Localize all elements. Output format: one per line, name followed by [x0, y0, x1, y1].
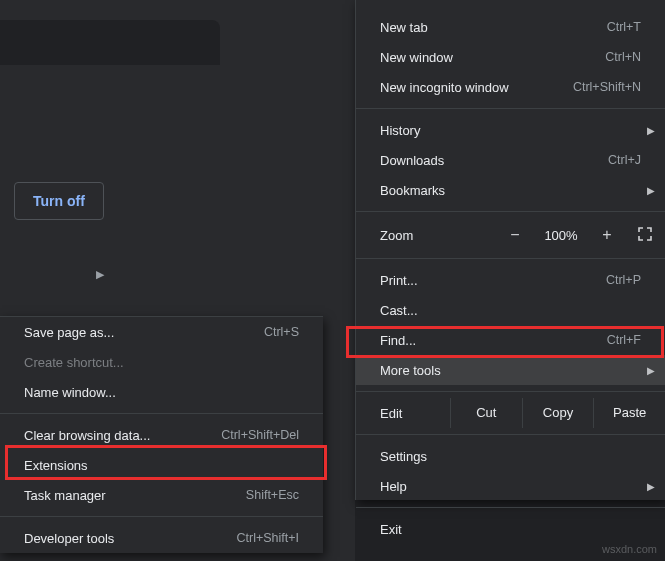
find-item[interactable]: Find... Ctrl+F — [356, 325, 665, 355]
new-incognito-item[interactable]: New incognito window Ctrl+Shift+N — [356, 72, 665, 102]
separator — [356, 258, 665, 259]
settings-item[interactable]: Settings — [356, 441, 665, 471]
menu-shortcut: Ctrl+N — [605, 50, 641, 64]
clear-browsing-data-item[interactable]: Clear browsing data... Ctrl+Shift+Del — [0, 420, 323, 450]
menu-label: Extensions — [24, 458, 88, 473]
menu-label: Find... — [380, 333, 416, 348]
separator — [0, 413, 323, 414]
separator — [356, 434, 665, 435]
downloads-item[interactable]: Downloads Ctrl+J — [356, 145, 665, 175]
menu-label: History — [380, 123, 420, 138]
name-window-item[interactable]: Name window... — [0, 377, 323, 407]
cast-item[interactable]: Cast... — [356, 295, 665, 325]
menu-label: Create shortcut... — [24, 355, 124, 370]
menu-label: Task manager — [24, 488, 106, 503]
more-tools-item[interactable]: More tools ▶ — [356, 355, 665, 385]
edit-label: Edit — [380, 406, 450, 421]
zoom-in-button[interactable]: + — [591, 226, 623, 244]
more-tools-submenu: Save page as... Ctrl+S Create shortcut..… — [0, 316, 323, 553]
menu-label: Exit — [380, 522, 402, 537]
extensions-item[interactable]: Extensions — [0, 450, 323, 480]
bookmarks-item[interactable]: Bookmarks ▶ — [356, 175, 665, 205]
create-shortcut-item: Create shortcut... — [0, 347, 323, 377]
menu-label: New tab — [380, 20, 428, 35]
menu-label: Clear browsing data... — [24, 428, 150, 443]
task-manager-item[interactable]: Task manager Shift+Esc — [0, 480, 323, 510]
edit-row: Edit Cut Copy Paste — [356, 398, 665, 428]
separator — [356, 391, 665, 392]
zoom-row: Zoom − 100% + — [356, 218, 665, 252]
zoom-label: Zoom — [380, 228, 493, 243]
zoom-value: 100% — [537, 228, 585, 243]
fullscreen-icon[interactable] — [637, 226, 653, 245]
cut-button[interactable]: Cut — [450, 398, 522, 428]
menu-label: Settings — [380, 449, 427, 464]
active-tab-area — [0, 20, 220, 65]
menu-label: Help — [380, 479, 407, 494]
new-tab-item[interactable]: New tab Ctrl+T — [356, 12, 665, 42]
menu-shortcut: Shift+Esc — [246, 488, 299, 502]
menu-shortcut: Ctrl+P — [606, 273, 641, 287]
help-item[interactable]: Help ▶ — [356, 471, 665, 501]
menu-label: Downloads — [380, 153, 444, 168]
menu-shortcut: Ctrl+T — [607, 20, 641, 34]
chevron-right-icon[interactable]: ▶ — [96, 268, 104, 281]
menu-label: New window — [380, 50, 453, 65]
turn-off-button[interactable]: Turn off — [14, 182, 104, 220]
separator — [356, 507, 665, 508]
menu-shortcut: Ctrl+Shift+I — [236, 531, 299, 545]
new-window-item[interactable]: New window Ctrl+N — [356, 42, 665, 72]
menu-label: More tools — [380, 363, 441, 378]
submenu-arrow-icon: ▶ — [647, 185, 655, 196]
separator — [356, 211, 665, 212]
paste-button[interactable]: Paste — [593, 398, 665, 428]
exit-item[interactable]: Exit — [356, 514, 665, 544]
separator — [356, 108, 665, 109]
copy-button[interactable]: Copy — [522, 398, 594, 428]
developer-tools-item[interactable]: Developer tools Ctrl+Shift+I — [0, 523, 323, 553]
menu-label: Bookmarks — [380, 183, 445, 198]
separator — [0, 516, 323, 517]
menu-shortcut: Ctrl+Shift+N — [573, 80, 641, 94]
menu-label: Cast... — [380, 303, 418, 318]
history-item[interactable]: History ▶ — [356, 115, 665, 145]
print-item[interactable]: Print... Ctrl+P — [356, 265, 665, 295]
menu-shortcut: Ctrl+J — [608, 153, 641, 167]
menu-shortcut: Ctrl+F — [607, 333, 641, 347]
chrome-main-menu: New tab Ctrl+T New window Ctrl+N New inc… — [355, 0, 665, 500]
menu-label: Save page as... — [24, 325, 114, 340]
menu-shortcut: Ctrl+S — [264, 325, 299, 339]
submenu-arrow-icon: ▶ — [647, 125, 655, 136]
submenu-arrow-icon: ▶ — [647, 365, 655, 376]
menu-label: Name window... — [24, 385, 116, 400]
watermark: wsxdn.com — [602, 543, 657, 555]
submenu-arrow-icon: ▶ — [647, 481, 655, 492]
menu-shortcut: Ctrl+Shift+Del — [221, 428, 299, 442]
zoom-out-button[interactable]: − — [499, 226, 531, 244]
menu-label: Developer tools — [24, 531, 114, 546]
menu-label: New incognito window — [380, 80, 509, 95]
save-page-item[interactable]: Save page as... Ctrl+S — [0, 317, 323, 347]
menu-label: Print... — [380, 273, 418, 288]
